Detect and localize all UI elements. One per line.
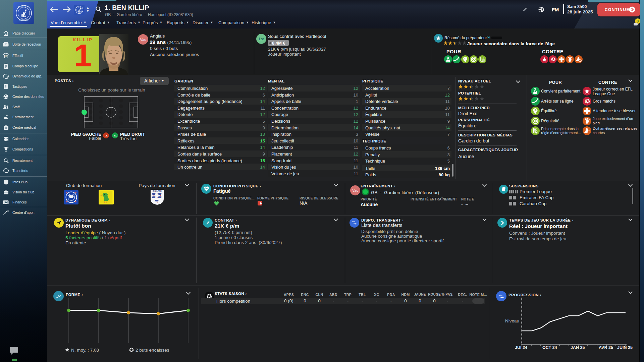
svg-text:HARTLEPOOL: HARTLEPOOL [18, 6, 30, 8]
svg-text:11: 11 [5, 55, 7, 57]
svg-text:UNITED FC: UNITED FC [19, 19, 29, 21]
svg-text:ENGLAND: ENGLAND [153, 190, 162, 192]
